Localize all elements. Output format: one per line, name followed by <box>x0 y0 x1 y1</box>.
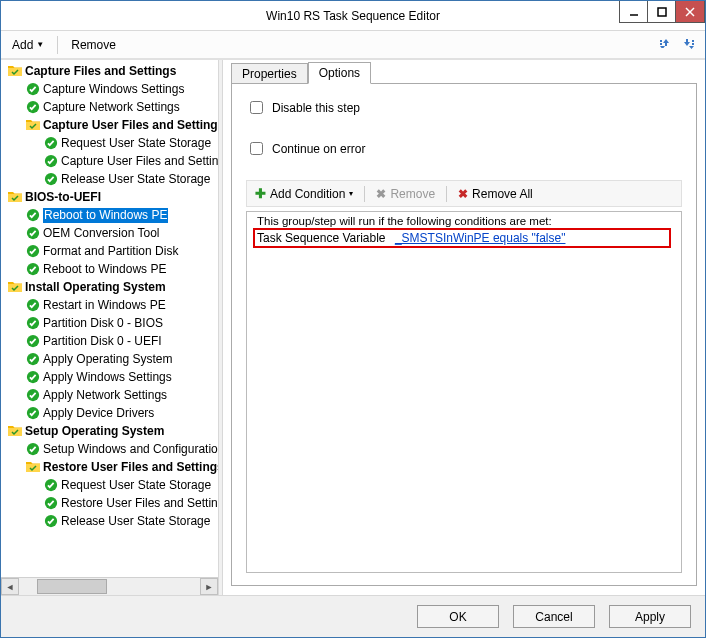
tree-item-label: OEM Conversion Tool <box>43 226 160 241</box>
condition-link[interactable]: _SMSTSInWinPE equals "false" <box>395 231 566 245</box>
right-panel: Properties Options Disable this step Con… <box>223 60 705 595</box>
dropdown-arrow-icon: ▼ <box>36 40 44 49</box>
tree-item-label: Apply Windows Settings <box>43 370 172 385</box>
scroll-thumb[interactable] <box>37 579 107 594</box>
check-icon <box>25 333 41 349</box>
tree-item[interactable]: Apply Device Drivers <box>1 404 218 422</box>
tree-item[interactable]: Reboot to Windows PE <box>1 206 218 224</box>
tree-item-label: Restart in Windows PE <box>43 298 166 313</box>
tree-panel: Capture Files and SettingsCapture Window… <box>1 60 218 595</box>
tree-item[interactable]: Partition Disk 0 - UEFI <box>1 332 218 350</box>
tree-item[interactable]: Apply Windows Settings <box>1 368 218 386</box>
folder-icon <box>25 117 41 133</box>
tree-item-label: Release User State Storage <box>61 514 210 529</box>
check-icon <box>25 369 41 385</box>
tree-item[interactable]: BIOS-to-UEFI <box>1 188 218 206</box>
tree-item-label: Format and Partition Disk <box>43 244 178 259</box>
tree-item-label: Capture User Files and Settings <box>61 154 218 169</box>
tree-item-label: Capture Windows Settings <box>43 82 184 97</box>
tree-item[interactable]: Partition Disk 0 - BIOS <box>1 314 218 332</box>
tree-item[interactable]: Capture Files and Settings <box>1 62 218 80</box>
scroll-left-button[interactable]: ◄ <box>1 578 19 595</box>
remove-all-button[interactable]: ✖ Remove All <box>453 184 538 204</box>
tree-item[interactable]: Request User State Storage <box>1 476 218 494</box>
check-icon <box>25 243 41 259</box>
tree-item-label: Apply Device Drivers <box>43 406 154 421</box>
tree-item[interactable]: Capture User Files and Settings <box>1 152 218 170</box>
tree-item[interactable]: Capture Network Settings <box>1 98 218 116</box>
close-button[interactable] <box>676 1 704 22</box>
apply-button[interactable]: Apply <box>609 605 691 628</box>
continue-error-checkbox[interactable] <box>250 142 263 155</box>
add-label: Add <box>12 38 33 52</box>
tab-options[interactable]: Options <box>308 62 371 84</box>
tree-item[interactable]: Setup Operating System <box>1 422 218 440</box>
window-buttons <box>619 1 705 23</box>
tree-item[interactable]: Release User State Storage <box>1 512 218 530</box>
tree-item[interactable]: Restart in Windows PE <box>1 296 218 314</box>
tree-item[interactable]: Format and Partition Disk <box>1 242 218 260</box>
folder-icon <box>25 459 41 475</box>
add-button[interactable]: Add ▼ <box>5 35 51 55</box>
titlebar: Win10 RS Task Sequence Editor <box>1 1 705 31</box>
check-icon <box>25 81 41 97</box>
tree-item[interactable]: OEM Conversion Tool <box>1 224 218 242</box>
condition-row[interactable]: Task Sequence Variable _SMSTSInWinPE equ… <box>257 231 565 245</box>
remove-condition-button[interactable]: ✖ Remove <box>371 184 440 204</box>
tree-item-label: Capture User Files and Settings <box>43 118 218 133</box>
disable-step-checkbox[interactable] <box>250 101 263 114</box>
remove-button[interactable]: Remove <box>64 35 123 55</box>
check-icon <box>25 405 41 421</box>
disable-step-row: Disable this step <box>246 98 682 117</box>
tree-item[interactable]: Install Operating System <box>1 278 218 296</box>
svg-rect-1 <box>658 8 666 16</box>
cond-separator <box>364 186 365 202</box>
check-icon <box>25 297 41 313</box>
check-icon <box>25 315 41 331</box>
horizontal-scrollbar[interactable]: ◄ ► <box>1 577 218 595</box>
minimize-button[interactable] <box>620 1 648 22</box>
tree-item-label: Setup Operating System <box>25 424 164 439</box>
tree-item-label: Request User State Storage <box>61 136 211 151</box>
add-condition-button[interactable]: ✚ Add Condition ▾ <box>250 183 358 204</box>
conditions-header: This group/step will run if the followin… <box>253 214 675 228</box>
remove-all-label: Remove All <box>472 187 533 201</box>
ok-button[interactable]: OK <box>417 605 499 628</box>
tree-item-label: Capture Network Settings <box>43 100 180 115</box>
move-down-button[interactable] <box>679 34 701 56</box>
continue-error-row: Continue on error <box>246 139 682 158</box>
maximize-button[interactable] <box>648 1 676 22</box>
check-icon <box>43 135 59 151</box>
tree-item[interactable]: Apply Network Settings <box>1 386 218 404</box>
check-icon <box>43 153 59 169</box>
tree-item[interactable]: Reboot to Windows PE <box>1 260 218 278</box>
check-icon <box>43 513 59 529</box>
check-icon <box>25 387 41 403</box>
tree-view[interactable]: Capture Files and SettingsCapture Window… <box>1 60 218 577</box>
tree-item-label: Request User State Storage <box>61 478 211 493</box>
tree-item[interactable]: Setup Windows and Configuration <box>1 440 218 458</box>
body: Capture Files and SettingsCapture Window… <box>1 59 705 595</box>
toolbar: Add ▼ Remove <box>1 31 705 59</box>
tab-properties[interactable]: Properties <box>231 63 308 84</box>
check-icon <box>25 225 41 241</box>
cancel-button[interactable]: Cancel <box>513 605 595 628</box>
tree-item[interactable]: Restore User Files and Settings <box>1 494 218 512</box>
options-tab-content: Disable this step Continue on error ✚ Ad… <box>231 83 697 586</box>
dropdown-arrow-icon: ▾ <box>349 189 353 198</box>
tree-item[interactable]: Capture User Files and Settings <box>1 116 218 134</box>
tree-item[interactable]: Restore User Files and Settings <box>1 458 218 476</box>
x-icon: ✖ <box>376 187 386 201</box>
tree-item-label: Capture Files and Settings <box>25 64 176 79</box>
scroll-track[interactable] <box>19 578 200 595</box>
tree-item[interactable]: Apply Operating System <box>1 350 218 368</box>
tree-item[interactable]: Request User State Storage <box>1 134 218 152</box>
move-up-button[interactable] <box>653 34 675 56</box>
condition-highlight: Task Sequence Variable _SMSTSInWinPE equ… <box>253 228 671 248</box>
tree-item[interactable]: Release User State Storage <box>1 170 218 188</box>
add-condition-label: Add Condition <box>270 187 345 201</box>
window: Win10 RS Task Sequence Editor Add ▼ Remo… <box>0 0 706 638</box>
scroll-right-button[interactable]: ► <box>200 578 218 595</box>
plus-icon: ✚ <box>255 186 266 201</box>
tree-item[interactable]: Capture Windows Settings <box>1 80 218 98</box>
